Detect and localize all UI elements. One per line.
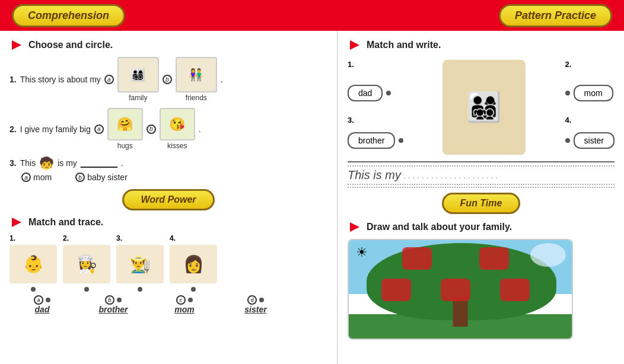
q3-blank: ________: [81, 158, 117, 168]
figure-2-img: 👩‍🍳: [63, 245, 110, 283]
word-dot-d: [259, 298, 264, 302]
comprehension-tab[interactable]: Comprehension: [12, 4, 125, 27]
q3-text: This: [20, 158, 36, 168]
match-word-dad: dad: [348, 85, 403, 101]
question-3: 3. This 🧒 is my ________ . a mom b baby …: [9, 156, 327, 182]
svg-marker-2: [350, 40, 359, 50]
q3-circle-a: a: [21, 173, 31, 182]
draw-talk-label: Draw and talk about your family.: [367, 222, 512, 232]
q3-text2: is my: [58, 158, 77, 168]
mom-label: mom: [584, 88, 603, 98]
writing-section: This is my . . . . . . . . . . . . . . .…: [348, 161, 615, 188]
word-dot-a: [46, 298, 50, 302]
apple-frame-1: [402, 247, 432, 270]
right-arrow-icon: [348, 38, 362, 52]
writing-dots: . . . . . . . . . . . . . . . . . . . . …: [403, 171, 498, 180]
dotted-line-2: [348, 184, 615, 185]
match-word-brother: brother: [348, 132, 403, 149]
q2-label-a: hugs: [117, 142, 133, 150]
writing-text: This is my: [348, 168, 401, 182]
match-num-4: 4.: [565, 116, 615, 124]
figure-4-img: 👩: [170, 245, 217, 283]
word-dot-c: [188, 298, 193, 302]
dot-2: [84, 287, 89, 292]
match-trace-section: Match and trace. 1. 👶 2. 👩‍🍳 3. 👨‍🌾: [9, 215, 327, 314]
fun-time-section: Fun Time Draw and talk about your family…: [348, 193, 615, 340]
q2-period: .: [199, 124, 201, 134]
circle-b: b: [105, 295, 114, 305]
comprehension-label: Comprehension: [28, 9, 109, 21]
svg-marker-0: [12, 40, 21, 50]
arrow-icon: [9, 38, 24, 52]
match-word-sister: sister: [565, 132, 615, 149]
q1-period: .: [221, 75, 223, 84]
word-power-section: Word Power: [9, 189, 327, 210]
apple-frame-4: [441, 279, 470, 301]
q1-friends-img: 👫 friends: [176, 57, 217, 102]
figure-1-img: 👶: [9, 245, 57, 283]
section2-header: Match and trace.: [9, 215, 327, 229]
word-labels: a dad b brother c: [9, 295, 327, 314]
left-panel: Choose and circle. 1. This story is abou…: [0, 31, 338, 364]
brother-button[interactable]: brother: [348, 132, 395, 149]
sister-dot: [565, 138, 570, 143]
match-figures: 1. 👶 2. 👩‍🍳 3. 👨‍🌾 4. 👩: [9, 234, 327, 293]
figure-2: 2. 👩‍🍳: [63, 234, 110, 293]
q1-label-a: family: [129, 94, 147, 102]
match-num-1: 1.: [348, 60, 403, 69]
pattern-label: Pattern Practice: [515, 9, 596, 21]
figure-3: 3. 👨‍🌾: [116, 234, 164, 293]
dad-label: dad: [358, 88, 372, 98]
cloud: [530, 243, 566, 267]
section1-header: Choose and circle.: [9, 38, 327, 52]
top-banner: Comprehension Pattern Practice: [0, 0, 624, 31]
dotted-line-3: [348, 187, 615, 188]
q2-num: 2.: [9, 124, 17, 134]
fun-time-button[interactable]: Fun Time: [442, 193, 521, 214]
match-word-mom: mom: [565, 85, 615, 101]
dot-4: [191, 287, 196, 292]
word-a: a dad: [9, 295, 75, 314]
q3-opt-a: a mom: [21, 173, 52, 182]
q3-opt-b: b baby sister: [75, 173, 128, 182]
right-section1-header: Match and write.: [348, 38, 615, 52]
dad-button[interactable]: dad: [348, 85, 383, 101]
word-c: c mom: [152, 295, 217, 314]
fun-time-label: Fun Time: [460, 198, 502, 208]
mom-dot: [565, 91, 570, 95]
tree-trunk: [453, 297, 468, 327]
section2-title: Match and trace.: [28, 217, 103, 228]
draw-talk-header: Draw and talk about your family.: [348, 220, 615, 234]
q2-text: I give my family big: [20, 124, 91, 134]
pattern-practice-tab[interactable]: Pattern Practice: [499, 4, 612, 27]
family-photo: 👨‍👩‍👧‍👦: [442, 60, 526, 155]
family-tree-area: ☀: [348, 239, 573, 340]
sister-label: sister: [584, 136, 604, 145]
q1-num: 1.: [9, 75, 17, 84]
word-dot-b: [117, 298, 122, 302]
word-power-label: Word Power: [141, 194, 196, 205]
question-2: 2. I give my family big a 🤗 hugs b 😘 kis…: [9, 108, 327, 150]
section1-title: Choose and circle.: [28, 40, 113, 50]
circle-a: a: [34, 295, 43, 305]
figure-4: 4. 👩: [170, 234, 217, 293]
match-num-2: 2.: [565, 60, 615, 69]
mom-button[interactable]: mom: [574, 85, 613, 101]
word-b-text: brother: [99, 305, 128, 314]
word-b: b brother: [81, 295, 146, 314]
q3-period: .: [121, 158, 123, 168]
word-power-button[interactable]: Word Power: [122, 189, 214, 210]
brother-dot: [399, 138, 403, 143]
q3-label-b: baby sister: [87, 173, 128, 182]
left-match-col: 1. dad 3. brother: [348, 66, 403, 149]
svg-marker-1: [12, 218, 21, 227]
q3-label-a: mom: [33, 173, 52, 182]
sister-button[interactable]: sister: [574, 132, 615, 149]
q3-circle-b: b: [75, 173, 85, 182]
right-match-col: 2. mom 4. sister: [565, 66, 615, 149]
word-d: d sister: [223, 295, 288, 314]
svg-marker-3: [350, 222, 359, 232]
apple-frame-3: [381, 279, 411, 301]
q2-label-b: kisses: [167, 142, 187, 150]
fun-time-btn-area: Fun Time: [348, 193, 615, 218]
